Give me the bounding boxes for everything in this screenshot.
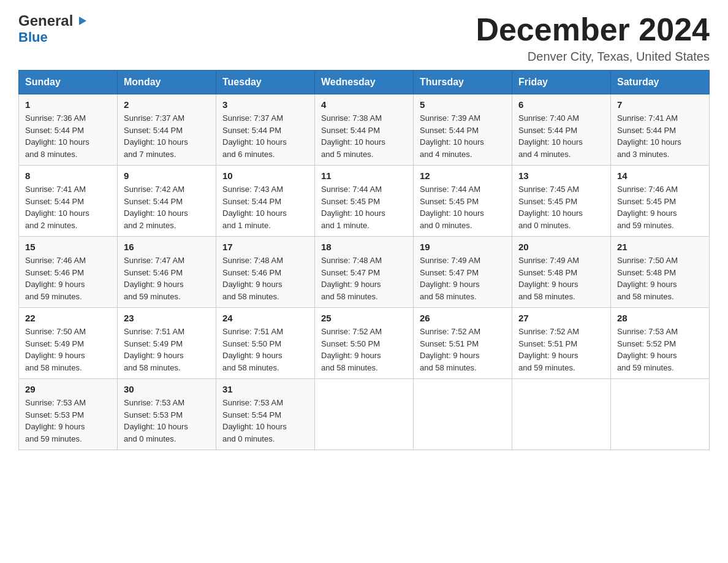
month-title: December 2024: [476, 12, 710, 47]
day-number: 23: [124, 313, 210, 323]
calendar-cell: 16Sunrise: 7:47 AMSunset: 5:46 PMDayligh…: [118, 237, 216, 308]
day-info: Sunrise: 7:40 AMSunset: 5:44 PMDaylight:…: [518, 112, 604, 160]
day-number: 26: [420, 313, 506, 323]
day-info: Sunrise: 7:36 AMSunset: 5:44 PMDaylight:…: [25, 112, 111, 160]
calendar-cell: 6Sunrise: 7:40 AMSunset: 5:44 PMDaylight…: [512, 94, 611, 166]
day-info: Sunrise: 7:45 AMSunset: 5:45 PMDaylight:…: [518, 183, 604, 231]
day-info: Sunrise: 7:48 AMSunset: 5:47 PMDaylight:…: [321, 255, 407, 302]
calendar-cell: 12Sunrise: 7:44 AMSunset: 5:45 PMDayligh…: [414, 166, 512, 237]
day-number: 28: [617, 313, 703, 323]
calendar-cell: 14Sunrise: 7:46 AMSunset: 5:45 PMDayligh…: [611, 166, 710, 237]
calendar-cell: 10Sunrise: 7:43 AMSunset: 5:44 PMDayligh…: [216, 166, 315, 237]
day-info: Sunrise: 7:42 AMSunset: 5:44 PMDaylight:…: [124, 183, 210, 231]
logo: General Blue: [18, 12, 89, 45]
day-number: 18: [321, 242, 407, 252]
svg-marker-0: [79, 17, 86, 25]
calendar-week-row: 15Sunrise: 7:46 AMSunset: 5:46 PMDayligh…: [19, 237, 710, 308]
calendar-cell: 18Sunrise: 7:48 AMSunset: 5:47 PMDayligh…: [315, 237, 414, 308]
day-info: Sunrise: 7:53 AMSunset: 5:52 PMDaylight:…: [617, 326, 703, 373]
calendar-cell: 1Sunrise: 7:36 AMSunset: 5:44 PMDaylight…: [19, 94, 118, 166]
location-title: Denver City, Texas, United States: [476, 50, 710, 64]
day-number: 12: [420, 170, 506, 181]
calendar-cell: [315, 379, 414, 450]
day-number: 21: [617, 242, 703, 252]
day-number: 29: [25, 384, 111, 394]
day-info: Sunrise: 7:46 AMSunset: 5:46 PMDaylight:…: [25, 255, 111, 302]
calendar-cell: 8Sunrise: 7:41 AMSunset: 5:44 PMDaylight…: [19, 166, 118, 237]
day-info: Sunrise: 7:46 AMSunset: 5:45 PMDaylight:…: [617, 183, 703, 231]
calendar-cell: 3Sunrise: 7:37 AMSunset: 5:44 PMDaylight…: [216, 94, 315, 166]
day-info: Sunrise: 7:37 AMSunset: 5:44 PMDaylight:…: [222, 112, 308, 160]
day-number: 1: [25, 99, 111, 110]
calendar-cell: 9Sunrise: 7:42 AMSunset: 5:44 PMDaylight…: [118, 166, 216, 237]
calendar-cell: 13Sunrise: 7:45 AMSunset: 5:45 PMDayligh…: [512, 166, 611, 237]
day-number: 13: [518, 170, 604, 181]
day-number: 6: [518, 99, 604, 110]
logo-blue: Blue: [18, 29, 48, 45]
header-monday: Monday: [118, 71, 216, 94]
day-info: Sunrise: 7:38 AMSunset: 5:44 PMDaylight:…: [321, 112, 407, 160]
day-info: Sunrise: 7:51 AMSunset: 5:50 PMDaylight:…: [222, 326, 308, 373]
day-info: Sunrise: 7:44 AMSunset: 5:45 PMDaylight:…: [321, 183, 407, 231]
header-saturday: Saturday: [611, 71, 710, 94]
page-header: General Blue December 2024 Denver City, …: [18, 12, 710, 64]
day-number: 17: [222, 242, 308, 252]
day-info: Sunrise: 7:50 AMSunset: 5:48 PMDaylight:…: [617, 255, 703, 302]
calendar-cell: 29Sunrise: 7:53 AMSunset: 5:53 PMDayligh…: [19, 379, 118, 450]
day-info: Sunrise: 7:51 AMSunset: 5:49 PMDaylight:…: [124, 326, 210, 373]
day-number: 11: [321, 170, 407, 181]
day-info: Sunrise: 7:47 AMSunset: 5:46 PMDaylight:…: [124, 255, 210, 302]
day-info: Sunrise: 7:49 AMSunset: 5:47 PMDaylight:…: [420, 255, 506, 302]
calendar-cell: [611, 379, 710, 450]
calendar-cell: 5Sunrise: 7:39 AMSunset: 5:44 PMDaylight…: [414, 94, 512, 166]
calendar-cell: 24Sunrise: 7:51 AMSunset: 5:50 PMDayligh…: [216, 308, 315, 379]
day-info: Sunrise: 7:53 AMSunset: 5:54 PMDaylight:…: [222, 397, 308, 445]
day-number: 22: [25, 313, 111, 323]
day-info: Sunrise: 7:52 AMSunset: 5:51 PMDaylight:…: [518, 326, 604, 373]
calendar-cell: 30Sunrise: 7:53 AMSunset: 5:53 PMDayligh…: [118, 379, 216, 450]
calendar-table: SundayMondayTuesdayWednesdayThursdayFrid…: [18, 70, 710, 450]
logo-arrow-icon: [75, 14, 89, 28]
day-number: 16: [124, 242, 210, 252]
day-info: Sunrise: 7:52 AMSunset: 5:50 PMDaylight:…: [321, 326, 407, 373]
calendar-cell: 4Sunrise: 7:38 AMSunset: 5:44 PMDaylight…: [315, 94, 414, 166]
header-friday: Friday: [512, 71, 611, 94]
day-number: 9: [124, 170, 210, 181]
calendar-cell: 27Sunrise: 7:52 AMSunset: 5:51 PMDayligh…: [512, 308, 611, 379]
day-number: 19: [420, 242, 506, 252]
day-info: Sunrise: 7:41 AMSunset: 5:44 PMDaylight:…: [617, 112, 703, 160]
day-number: 15: [25, 242, 111, 252]
day-number: 10: [222, 170, 308, 181]
day-number: 30: [124, 384, 210, 394]
calendar-cell: 22Sunrise: 7:50 AMSunset: 5:49 PMDayligh…: [19, 308, 118, 379]
calendar-cell: 2Sunrise: 7:37 AMSunset: 5:44 PMDaylight…: [118, 94, 216, 166]
day-info: Sunrise: 7:50 AMSunset: 5:49 PMDaylight:…: [25, 326, 111, 373]
day-info: Sunrise: 7:49 AMSunset: 5:48 PMDaylight:…: [518, 255, 604, 302]
day-number: 25: [321, 313, 407, 323]
calendar-cell: 19Sunrise: 7:49 AMSunset: 5:47 PMDayligh…: [414, 237, 512, 308]
calendar-cell: 26Sunrise: 7:52 AMSunset: 5:51 PMDayligh…: [414, 308, 512, 379]
header-thursday: Thursday: [414, 71, 512, 94]
calendar-cell: 7Sunrise: 7:41 AMSunset: 5:44 PMDaylight…: [611, 94, 710, 166]
day-info: Sunrise: 7:53 AMSunset: 5:53 PMDaylight:…: [25, 397, 111, 445]
header-tuesday: Tuesday: [216, 71, 315, 94]
day-info: Sunrise: 7:41 AMSunset: 5:44 PMDaylight:…: [25, 183, 111, 231]
calendar-cell: 31Sunrise: 7:53 AMSunset: 5:54 PMDayligh…: [216, 379, 315, 450]
calendar-week-row: 29Sunrise: 7:53 AMSunset: 5:53 PMDayligh…: [19, 379, 710, 450]
day-number: 4: [321, 99, 407, 110]
day-number: 2: [124, 99, 210, 110]
calendar-cell: [512, 379, 611, 450]
day-number: 24: [222, 313, 308, 323]
day-number: 20: [518, 242, 604, 252]
logo-general: General: [18, 12, 73, 29]
calendar-cell: 11Sunrise: 7:44 AMSunset: 5:45 PMDayligh…: [315, 166, 414, 237]
day-info: Sunrise: 7:44 AMSunset: 5:45 PMDaylight:…: [420, 183, 506, 231]
day-info: Sunrise: 7:43 AMSunset: 5:44 PMDaylight:…: [222, 183, 308, 231]
day-info: Sunrise: 7:53 AMSunset: 5:53 PMDaylight:…: [124, 397, 210, 445]
calendar-cell: [414, 379, 512, 450]
calendar-week-row: 1Sunrise: 7:36 AMSunset: 5:44 PMDaylight…: [19, 94, 710, 166]
calendar-cell: 21Sunrise: 7:50 AMSunset: 5:48 PMDayligh…: [611, 237, 710, 308]
title-block: December 2024 Denver City, Texas, United…: [476, 12, 710, 64]
calendar-cell: 25Sunrise: 7:52 AMSunset: 5:50 PMDayligh…: [315, 308, 414, 379]
calendar-week-row: 22Sunrise: 7:50 AMSunset: 5:49 PMDayligh…: [19, 308, 710, 379]
